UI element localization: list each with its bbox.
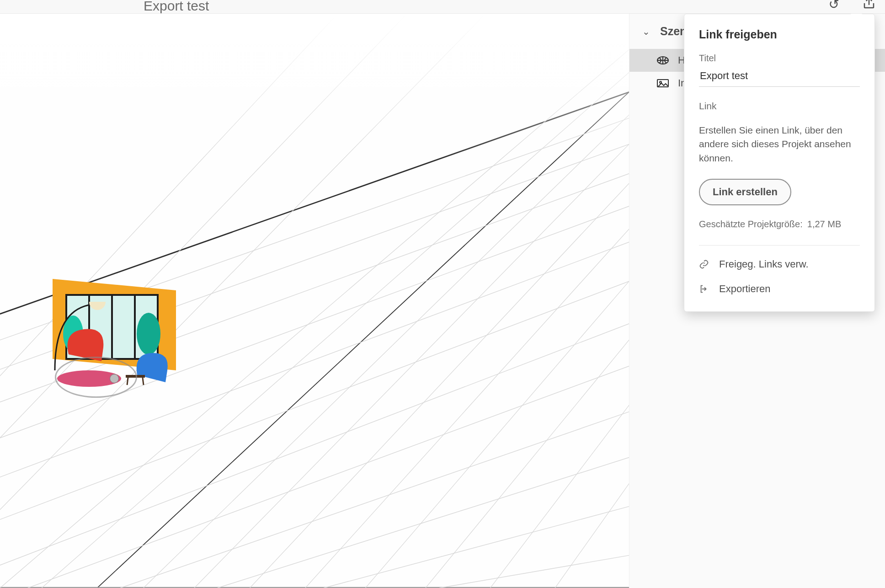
- svg-line-0: [0, 92, 629, 314]
- share-icon[interactable]: [862, 0, 876, 12]
- svg-line-22: [426, 340, 629, 588]
- svg-line-8: [0, 281, 629, 519]
- share-popover: Link freigeben Titel Link Erstellen Sie …: [684, 14, 875, 312]
- share-link-label: Link: [699, 101, 860, 112]
- svg-line-10: [28, 366, 629, 588]
- svg-line-21: [365, 281, 629, 588]
- loading-spinner-icon: [790, 0, 806, 12]
- svg-line-5: [0, 174, 629, 402]
- create-link-button[interactable]: Link erstellen: [699, 179, 791, 205]
- svg-line-25: [0, 14, 485, 510]
- environment-icon: [656, 56, 670, 65]
- export-action-label: Exportieren: [719, 283, 771, 295]
- export-action[interactable]: Exportieren: [699, 277, 860, 301]
- svg-line-19: [250, 183, 629, 588]
- svg-line-13: [324, 507, 629, 588]
- link-icon: [699, 259, 709, 269]
- project-size-label: Geschätzte Projektgröße:: [699, 219, 803, 230]
- svg-line-1: [97, 92, 629, 588]
- export-icon: [699, 284, 709, 294]
- scene-panel: ⌄ Szene Hor Inn Link freigeben Titel Li: [629, 14, 885, 588]
- undo-icon[interactable]: ↻: [829, 0, 839, 12]
- manage-shared-links[interactable]: Freigeg. Links verw.: [699, 252, 860, 277]
- perspective-grid: [0, 14, 629, 588]
- svg-line-11: [120, 412, 629, 588]
- svg-line-23: [490, 405, 629, 588]
- svg-line-14: [439, 556, 629, 588]
- svg-line-4: [0, 144, 629, 369]
- svg-line-24: [555, 484, 629, 588]
- share-popover-heading: Link freigeben: [699, 28, 860, 41]
- svg-line-27: [0, 14, 338, 376]
- svg-line-6: [0, 206, 629, 438]
- project-title: Export test: [144, 0, 209, 14]
- share-title-input[interactable]: [699, 68, 860, 87]
- viewport-canvas[interactable]: [0, 14, 629, 588]
- svg-line-15: [0, 50, 629, 588]
- top-toolbar: Export test ↻: [0, 0, 885, 14]
- svg-line-26: [0, 14, 407, 438]
- svg-line-20: [305, 229, 629, 588]
- svg-line-16: [42, 72, 629, 588]
- svg-line-3: [0, 118, 629, 340]
- chevron-down-icon[interactable]: ⌄: [642, 26, 650, 37]
- project-size-value: 1,27 MB: [807, 219, 841, 230]
- image-icon: [656, 79, 670, 88]
- share-title-label: Titel: [699, 53, 860, 64]
- share-link-description: Erstellen Sie einen Link, über den ander…: [699, 123, 860, 165]
- manage-shared-links-label: Freigeg. Links verw.: [719, 258, 809, 270]
